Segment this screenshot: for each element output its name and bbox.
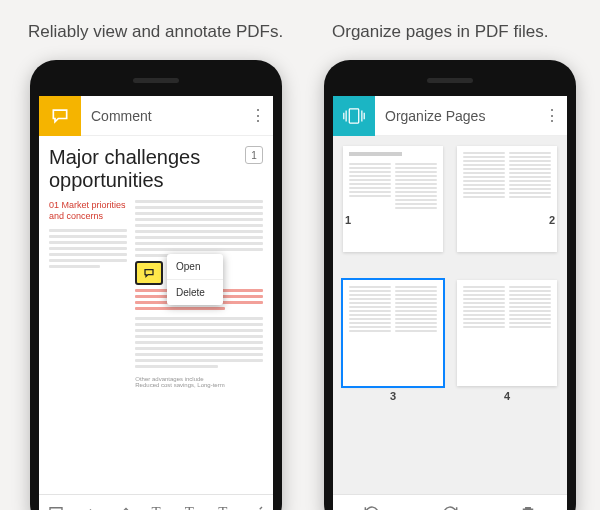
phone-speaker (427, 78, 473, 83)
thumbnail-number: 3 (390, 390, 396, 402)
body-text-line (135, 329, 263, 332)
delete-page-icon[interactable] (517, 502, 539, 511)
thumbnail-number: 4 (504, 390, 510, 402)
phone-frame-left: Comment ⋮ 1 Major challenges opportuniti… (30, 60, 282, 510)
pencil-tool-icon[interactable] (112, 502, 134, 511)
page-thumbnail[interactable]: 2 (457, 146, 557, 266)
body-text-line (49, 253, 127, 256)
context-menu: Open Delete (167, 254, 223, 305)
phone-frame-right: Organize Pages ⋮ 1 (324, 60, 576, 510)
highlighted-text[interactable] (135, 307, 224, 310)
page-number-badge: 1 (245, 146, 263, 164)
caption-organize: Organize pages in PDF files. (332, 22, 548, 42)
body-text-line (135, 359, 263, 362)
body-text-line (135, 341, 263, 344)
body-text-line (135, 200, 263, 203)
topbar-organize: Organize Pages ⋮ (333, 96, 567, 136)
body-text-line (135, 218, 263, 221)
comment-mode-icon[interactable] (39, 96, 81, 136)
strikethrough-tool-icon[interactable]: T (178, 502, 200, 511)
phone-speaker (133, 78, 179, 83)
body-text-line (135, 206, 263, 209)
body-text-line (135, 230, 263, 233)
page-thumbnail[interactable]: 4 (457, 280, 557, 400)
highlight-tool-icon[interactable] (78, 502, 100, 511)
screen-left: Comment ⋮ 1 Major challenges opportuniti… (39, 96, 273, 510)
text-tool-icon[interactable]: T (145, 502, 167, 511)
underline-tool-icon[interactable]: T (212, 502, 234, 511)
signature-tool-icon[interactable] (245, 502, 267, 511)
annotation-toolbar: T T T (39, 494, 273, 510)
body-text-line (49, 247, 127, 250)
document-title: Major challenges opportunities (49, 146, 263, 192)
page-thumbnail[interactable]: 1 (343, 146, 443, 266)
topbar-comment: Comment ⋮ (39, 96, 273, 136)
page-thumbnail-grid: 1 2 3 (333, 136, 567, 494)
body-text-line (135, 317, 263, 320)
section-heading: 01 Market priorities and concerns (49, 200, 127, 223)
body-text-line (135, 335, 263, 338)
body-text-line (135, 236, 263, 239)
body-text-line (135, 248, 263, 251)
body-text-line (135, 365, 218, 368)
body-text-line (49, 259, 127, 262)
body-text-line (49, 229, 127, 232)
thumbnail-number: 2 (549, 214, 555, 226)
organize-mode-icon[interactable] (333, 96, 375, 136)
body-text-line (135, 323, 263, 326)
topbar-title: Organize Pages (375, 108, 537, 124)
body-text-line (49, 265, 100, 268)
context-menu-delete[interactable]: Delete (167, 280, 223, 305)
comment-tool-icon[interactable] (45, 502, 67, 511)
caption-annotate: Reliably view and annotate PDFs. (28, 22, 283, 42)
footer-text: Reduced cost savings, Long-term (135, 382, 263, 388)
topbar-title: Comment (81, 108, 243, 124)
sticky-note-annotation[interactable] (135, 261, 163, 285)
document-view[interactable]: 1 Major challenges opportunities 01 Mark… (39, 136, 273, 494)
screen-right: Organize Pages ⋮ 1 (333, 96, 567, 510)
body-text-line (135, 353, 263, 356)
overflow-menu-button[interactable]: ⋮ (243, 106, 273, 125)
body-text-line (49, 241, 127, 244)
svg-rect-2 (349, 108, 358, 122)
page-thumbnail-selected[interactable]: 3 (343, 280, 443, 400)
body-text-line (49, 235, 127, 238)
rotate-right-icon[interactable] (439, 502, 461, 511)
rotate-left-icon[interactable] (361, 502, 383, 511)
body-text-line (135, 242, 263, 245)
overflow-menu-button[interactable]: ⋮ (537, 106, 567, 125)
thumb-title-line (349, 152, 402, 156)
body-text-line (135, 347, 263, 350)
body-text-line (135, 224, 263, 227)
context-menu-open[interactable]: Open (167, 254, 223, 280)
thumbnail-number: 1 (345, 214, 351, 226)
organize-toolbar (333, 494, 567, 510)
body-text-line (135, 212, 263, 215)
